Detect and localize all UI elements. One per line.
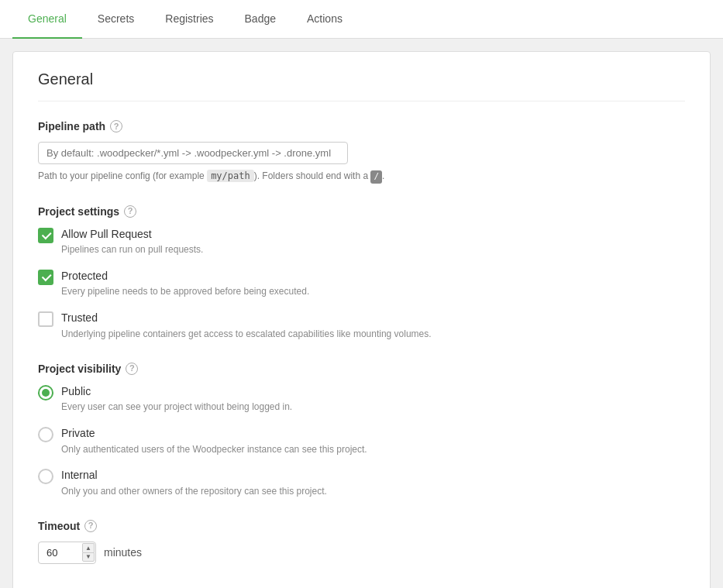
radio-internal[interactable] [38, 469, 53, 484]
radio-public-label: Public [61, 384, 292, 400]
timeout-spinners: ▲ ▼ [82, 543, 95, 562]
radio-internal-labels: Internal Only you and other owners of th… [61, 468, 327, 497]
tab-secrets[interactable]: Secrets [82, 0, 150, 39]
pipeline-path-section: Pipeline path ? Path to your pipeline co… [38, 120, 685, 184]
timeout-input-wrapper: ▲ ▼ [38, 542, 96, 564]
page-wrapper: General Secrets Registries Badge Actions… [0, 0, 723, 588]
checkbox-trusted-desc: Underlying pipeline containers get acces… [61, 328, 432, 341]
project-settings-label: Project settings ? [38, 205, 685, 218]
radio-public[interactable] [38, 385, 53, 401]
pipeline-path-text: Pipeline path [38, 120, 105, 132]
checkbox-protected-desc: Every pipeline needs to be approved befo… [61, 285, 309, 298]
timeout-label: Timeout ? [38, 520, 685, 532]
project-settings-help-icon[interactable]: ? [124, 205, 136, 218]
pipeline-path-help-icon[interactable]: ? [110, 120, 122, 132]
pipeline-path-input[interactable] [38, 142, 348, 164]
checkbox-item-allow-pr: Allow Pull Request Pipelines can run on … [38, 227, 685, 256]
radio-private-desc: Only authenticated users of the Woodpeck… [61, 443, 367, 456]
timeout-text: Timeout [38, 520, 80, 532]
timeout-row: ▲ ▼ minutes [38, 542, 685, 564]
checkbox-trusted-label: Trusted [61, 311, 432, 326]
radio-item-private: Private Only authenticated users of the … [38, 426, 685, 456]
radio-public-labels: Public Every user can see your project w… [61, 384, 292, 414]
checkbox-trusted[interactable] [38, 311, 53, 327]
slash-icon: / [370, 170, 382, 184]
pipeline-path-label: Pipeline path ? [38, 120, 685, 132]
timeout-section: Timeout ? ▲ ▼ minutes [38, 520, 685, 564]
checkbox-item-protected: Protected Every pipeline needs to be app… [38, 269, 685, 298]
tab-badge[interactable]: Badge [229, 0, 291, 39]
tab-general[interactable]: General [12, 0, 82, 39]
checkbox-allow-pr-label: Allow Pull Request [61, 227, 203, 242]
radio-private[interactable] [38, 427, 53, 442]
checkbox-protected-label: Protected [61, 269, 309, 284]
checkbox-allow-pr[interactable] [38, 228, 53, 243]
checkbox-trusted-labels: Trusted Underlying pipeline containers g… [61, 311, 432, 340]
timeout-increment-button[interactable]: ▲ [82, 543, 95, 552]
project-visibility-label: Project visibility ? [38, 363, 685, 375]
radio-internal-label: Internal [61, 468, 327, 483]
checkbox-protected-labels: Protected Every pipeline needs to be app… [61, 269, 309, 298]
pipeline-path-hint: Path to your pipeline config (for exampl… [38, 169, 685, 184]
content-card: General Pipeline path ? Path to your pip… [12, 51, 711, 588]
tab-registries[interactable]: Registries [150, 0, 229, 39]
project-visibility-text: Project visibility [38, 363, 121, 375]
radio-item-public: Public Every user can see your project w… [38, 384, 685, 414]
card-title: General [38, 70, 685, 101]
checkbox-allow-pr-desc: Pipelines can run on pull requests. [61, 243, 203, 256]
project-settings-section: Project settings ? Allow Pull Request Pi… [38, 205, 685, 341]
tabs-bar: General Secrets Registries Badge Actions [0, 0, 723, 39]
checkbox-protected[interactable] [38, 270, 53, 285]
project-visibility-help-icon[interactable]: ? [126, 363, 138, 375]
tab-actions[interactable]: Actions [291, 0, 358, 39]
checkbox-item-trusted: Trusted Underlying pipeline containers g… [38, 311, 685, 340]
project-visibility-section: Project visibility ? Public Every user c… [38, 363, 685, 498]
timeout-decrement-button[interactable]: ▼ [82, 552, 95, 562]
timeout-help-icon[interactable]: ? [84, 520, 97, 532]
radio-public-desc: Every user can see your project without … [61, 401, 292, 414]
radio-private-label: Private [61, 426, 367, 442]
pipeline-path-example-code: my/path [207, 170, 254, 182]
timeout-unit: minutes [104, 546, 142, 559]
project-settings-text: Project settings [38, 205, 119, 218]
radio-internal-desc: Only you and other owners of the reposit… [61, 485, 327, 498]
radio-item-internal: Internal Only you and other owners of th… [38, 468, 685, 497]
checkbox-allow-pr-labels: Allow Pull Request Pipelines can run on … [61, 227, 203, 256]
radio-private-labels: Private Only authenticated users of the … [61, 426, 367, 456]
